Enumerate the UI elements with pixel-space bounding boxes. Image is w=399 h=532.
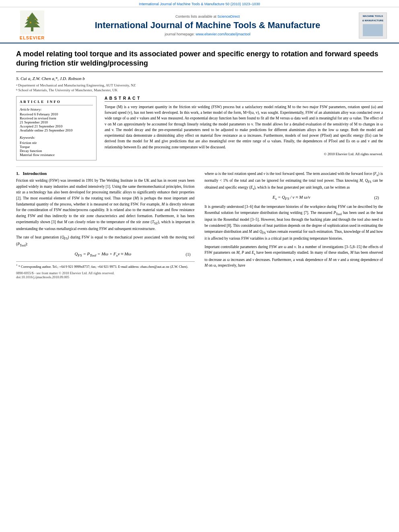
body-col-right: where ω is the tool rotation speed and v… <box>205 171 383 279</box>
equation-2-number: (2) <box>374 195 379 200</box>
abstract-text: Torque (M) is a very important quantity … <box>105 104 383 150</box>
affil-text-b: School of Materials, The University of M… <box>19 88 118 92</box>
svg-point-6 <box>35 19 36 20</box>
keywords-label: Keywords: <box>20 136 93 140</box>
sciencedirect-link[interactable]: ScienceDirect <box>218 14 240 18</box>
elsevier-logo-section: ELSEVIER <box>8 10 56 40</box>
body-right-p1: where ω is the tool rotation speed and v… <box>205 171 383 191</box>
top-banner: International Journal of Machine Tools &… <box>0 0 399 7</box>
body-paragraph-1: Friction stir welding (FSW) was invented… <box>16 178 195 232</box>
article-info-header: A R T I C L E I N F O <box>20 100 93 105</box>
journal-homepage: journal homepage: www.elsevier.com/locat… <box>56 32 359 36</box>
available-online-date: Available online 25 September 2010 <box>20 128 93 132</box>
journal-cover-section: MACHINE TOOLS & MANUFACTURE <box>359 12 391 39</box>
banner-text: International Journal of Machine Tools &… <box>139 2 260 6</box>
elsevier-brand-text: ELSEVIER <box>20 35 45 40</box>
svg-point-5 <box>27 17 29 18</box>
affil-sup-a: a <box>16 83 17 86</box>
body-divider <box>16 166 383 167</box>
received-date: Received 6 February 2010 <box>20 112 93 116</box>
svg-point-8 <box>36 23 37 24</box>
cover-image-placeholder <box>363 24 383 36</box>
keyword-2: Decay function <box>20 149 93 153</box>
keyword-3: Material flow resistance <box>20 153 93 157</box>
main-content: A model relating tool torque and its ass… <box>0 43 399 285</box>
affiliations: a Department of Mechanical and Manufactu… <box>16 83 383 92</box>
history-label: Article history: <box>20 107 93 111</box>
keyword-1: Torque <box>20 145 93 149</box>
svg-point-7 <box>30 22 31 23</box>
closely-text: closely <box>75 220 86 224</box>
contents-available-text: Contents lists available at ScienceDirec… <box>56 14 359 18</box>
journal-header: ELSEVIER Contents lists available at Sci… <box>0 7 399 43</box>
keyword-0: Friction stir <box>20 141 93 145</box>
equation-2: Es = QFS / v ≈ M ω/v (2) <box>205 195 383 201</box>
body-right-p3: Important controllable parameters during… <box>205 244 383 269</box>
footnote-section: * * Corresponding author. Tel.; +64 9 92… <box>16 261 195 269</box>
body-col-left: 1. Introduction Friction stir welding (F… <box>16 171 195 279</box>
equation-1-number: (1) <box>186 252 191 257</box>
article-info-column: A R T I C L E I N F O Article history: R… <box>16 96 97 160</box>
body-two-col: 1. Introduction Friction stir welding (F… <box>16 171 383 279</box>
abstract-column: A B S T R A C T Torque (M) is a very imp… <box>105 96 383 160</box>
abstract-section: A B S T R A C T Torque (M) is a very imp… <box>105 96 383 156</box>
section1-title: 1. Introduction <box>16 171 195 176</box>
affiliation-a: a Department of Mechanical and Manufactu… <box>16 83 383 87</box>
article-info-box: A R T I C L E I N F O Article history: R… <box>16 96 97 160</box>
affil-sup-b: b <box>16 88 18 91</box>
elsevier-logo: ELSEVIER <box>8 10 56 40</box>
body-right-p2: It is generally understood [3–6] that th… <box>205 204 383 241</box>
equation-2-formula: Es = QFS / v ≈ M ω/v <box>272 195 310 201</box>
copyright-text: © 2010 Elsevier Ltd. All rights reserved… <box>105 152 383 156</box>
equation-1: QFS = PTool = Mω + Fxv ≈ Mω (1) <box>16 251 195 257</box>
cover-title-line2: & MANUFACTURE <box>362 19 383 22</box>
info-abstract-section: A R T I C L E I N F O Article history: R… <box>16 96 383 160</box>
journal-header-center: Contents lists available at ScienceDirec… <box>56 14 359 36</box>
article-title: A model relating tool torque and its ass… <box>16 49 383 72</box>
journal-cover-thumbnail: MACHINE TOOLS & MANUFACTURE <box>359 12 387 39</box>
keywords-section: Keywords: Friction stir Torque Decay fun… <box>20 136 93 157</box>
accepted-date: Accepted 21 September 2010 <box>20 124 93 128</box>
received-revised-label: Received in revised form <box>20 116 93 120</box>
homepage-link[interactable]: www.elsevier.com/locate/ijmactool <box>196 32 251 36</box>
body-paragraph-2: The rate of heat generation (QFS) during… <box>16 234 195 248</box>
footnote-corresponding: * * Corresponding author. Tel.; +64 9 92… <box>16 264 195 269</box>
article-history-group: Article history: Received 6 February 201… <box>20 107 93 132</box>
revised-date: 21 September 2010 <box>20 120 93 124</box>
elsevier-tree-icon <box>20 10 44 35</box>
affiliation-b: b School of Materials, The University of… <box>16 88 383 92</box>
footer-issn: 0890-6955/$ - see front matter © 2010 El… <box>16 271 195 279</box>
equation-1-formula: QFS = PTool = Mω + Fxv ≈ Mω <box>75 251 132 257</box>
journal-title: International Journal of Machine Tools &… <box>56 20 359 31</box>
cover-title-line1: MACHINE TOOLS <box>363 14 383 18</box>
authors-line: S. Cui a, Z.W. Chen a,*, J.D. Robson b <box>16 76 383 81</box>
affil-text-a: Department of Mechanical and Manufacturi… <box>18 83 136 87</box>
abstract-header: A B S T R A C T <box>105 96 383 102</box>
